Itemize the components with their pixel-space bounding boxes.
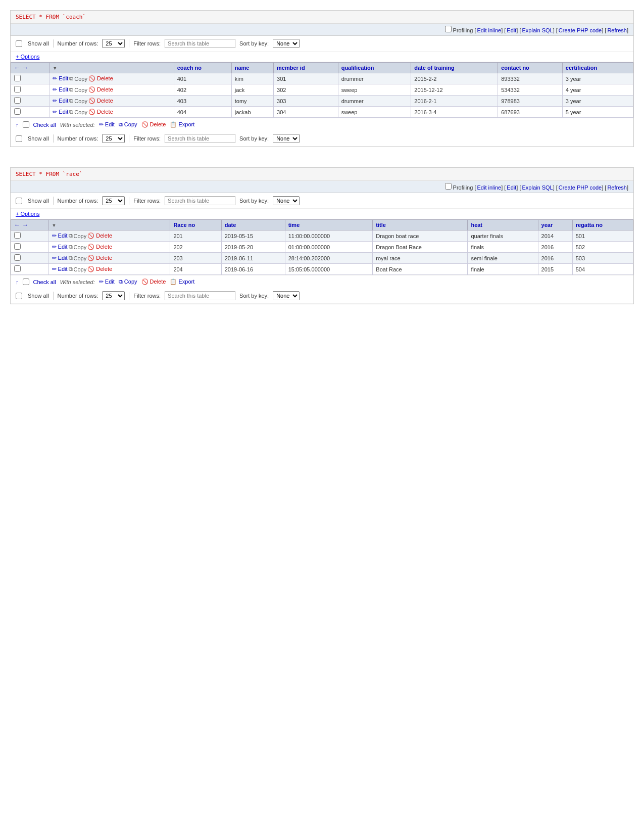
coach-th-certification[interactable]: certification (562, 63, 633, 73)
coach-delete-2[interactable]: 🚫 Delete (88, 98, 113, 104)
race-edit-1[interactable]: ✏ Edit (52, 244, 68, 250)
race-bottom-copy-link[interactable]: ⧉ Copy (119, 279, 137, 285)
race-options-row[interactable]: + Options (11, 209, 633, 219)
coach-edit-0[interactable]: ✏ Edit (53, 75, 68, 82)
race-sort-select-bottom[interactable]: None (273, 291, 300, 300)
coach-options-row[interactable]: + Options (11, 52, 633, 62)
coach-th-contact-no[interactable]: contact no (498, 63, 563, 73)
coach-row-checkbox-2[interactable] (11, 96, 49, 107)
race-checkbox-2[interactable] (14, 254, 21, 261)
race-row-checkbox-3[interactable] (11, 264, 49, 275)
coach-nav-right[interactable]: → (22, 64, 28, 71)
coach-copy-icon-3[interactable]: ⧉ (69, 109, 73, 115)
race-th-date[interactable]: date (221, 220, 285, 230)
race-col-regatta-no[interactable]: regatta no (576, 222, 603, 228)
race-th-heat[interactable]: heat (468, 220, 538, 230)
race-copy-icon-1[interactable]: ⧉ (69, 244, 73, 250)
race-th-race-no[interactable]: Race no (170, 220, 221, 230)
race-copy-2[interactable]: Copy (74, 255, 87, 261)
race-sort-select[interactable]: None (273, 196, 300, 205)
coach-col-date-training[interactable]: date of training (414, 65, 454, 71)
coach-bottom-delete-link[interactable]: 🚫 Delete (141, 121, 166, 128)
race-copy-0[interactable]: Copy (74, 233, 87, 239)
coach-edit-3[interactable]: ✏ Edit (53, 109, 68, 115)
coach-copy-1[interactable]: Copy (74, 87, 87, 93)
coach-copy-3[interactable]: Copy (74, 109, 87, 115)
race-num-rows-select[interactable]: 2550100 (102, 196, 125, 205)
race-link-edit[interactable]: Edit (507, 184, 516, 191)
race-checkbox-3[interactable] (14, 265, 21, 272)
race-th-time[interactable]: time (285, 220, 373, 230)
race-edit-2[interactable]: ✏ Edit (52, 255, 68, 261)
race-back-arrow[interactable]: ↑ (16, 279, 19, 285)
coach-num-rows-select[interactable]: 2550100 (102, 39, 125, 48)
coach-th-coach-no[interactable]: coach no (174, 63, 231, 73)
coach-row-checkbox-0[interactable] (11, 73, 49, 84)
race-nav-right[interactable]: → (22, 221, 28, 228)
coach-col-contact-no[interactable]: contact no (501, 65, 529, 71)
coach-link-edit-inline[interactable]: Edit inline (477, 27, 501, 33)
race-filter-input[interactable] (165, 196, 235, 205)
race-options-link[interactable]: + Options (16, 211, 39, 217)
coach-filter-input-bottom[interactable] (165, 134, 235, 143)
race-th-regatta-no[interactable]: regatta no (572, 220, 633, 230)
race-profiling-checkbox[interactable] (445, 183, 452, 190)
race-copy-icon-0[interactable]: ⧉ (69, 233, 73, 239)
coach-link-php[interactable]: Create PHP code (559, 27, 602, 33)
race-col-heat[interactable]: heat (471, 222, 482, 228)
race-checkbox-0[interactable] (14, 232, 21, 239)
race-num-rows-select-bottom[interactable]: 2550100 (102, 291, 125, 300)
race-link-edit-inline[interactable]: Edit inline (477, 184, 501, 191)
race-check-all-checkbox[interactable] (23, 279, 29, 285)
race-edit-3[interactable]: ✏ Edit (52, 266, 68, 272)
coach-bottom-export-link[interactable]: 📋 Export (170, 121, 194, 128)
race-link-refresh[interactable]: Refresh (607, 184, 627, 191)
coach-col-name[interactable]: name (235, 65, 250, 71)
race-bottom-delete-link[interactable]: 🚫 Delete (141, 279, 166, 285)
coach-th-member-id[interactable]: member id (274, 63, 338, 73)
coach-link-edit[interactable]: Edit (507, 27, 516, 33)
race-show-all-checkbox[interactable] (16, 198, 22, 204)
coach-checkbox-2[interactable] (14, 97, 21, 104)
coach-copy-icon-2[interactable]: ⧉ (69, 98, 73, 104)
coach-checkbox-1[interactable] (14, 86, 21, 92)
coach-checkbox-3[interactable] (14, 108, 21, 115)
race-edit-0[interactable]: ✏ Edit (52, 233, 68, 239)
race-delete-2[interactable]: 🚫 Delete (87, 255, 112, 261)
race-th-year[interactable]: year (538, 220, 572, 230)
race-col-title[interactable]: title (376, 222, 386, 228)
coach-link-refresh[interactable]: Refresh (607, 27, 627, 33)
race-delete-1[interactable]: 🚫 Delete (87, 244, 112, 250)
race-delete-0[interactable]: 🚫 Delete (87, 233, 112, 239)
coach-sort-select-bottom[interactable]: None (273, 134, 300, 143)
coach-bottom-edit-link[interactable]: ✏ Edit (99, 121, 115, 128)
coach-edit-2[interactable]: ✏ Edit (53, 98, 68, 104)
coach-checkbox-0[interactable] (14, 75, 21, 81)
coach-copy-0[interactable]: Copy (74, 76, 87, 82)
race-link-php[interactable]: Create PHP code (559, 184, 602, 191)
coach-col-member-id[interactable]: member id (277, 65, 305, 71)
coach-delete-1[interactable]: 🚫 Delete (88, 86, 113, 93)
race-show-all-checkbox-bottom[interactable] (16, 293, 22, 299)
coach-col-qualification[interactable]: qualification (341, 65, 374, 71)
coach-th-qualification[interactable]: qualification (338, 63, 411, 73)
coach-row-checkbox-3[interactable] (11, 107, 49, 118)
race-nav-left[interactable]: ← (14, 221, 20, 228)
coach-delete-3[interactable]: 🚫 Delete (88, 109, 113, 115)
race-filter-input-bottom[interactable] (165, 291, 235, 300)
coach-options-link[interactable]: + Options (16, 54, 39, 60)
race-copy-1[interactable]: Copy (74, 244, 87, 250)
race-th-title[interactable]: title (373, 220, 468, 230)
coach-nav-left[interactable]: ← (14, 64, 20, 71)
coach-th-name[interactable]: name (231, 63, 273, 73)
race-link-explain[interactable]: Explain SQL (522, 184, 553, 191)
coach-copy-2[interactable]: Copy (74, 98, 87, 104)
race-row-checkbox-1[interactable] (11, 242, 49, 253)
coach-num-rows-select-bottom[interactable]: 2550100 (102, 134, 125, 143)
race-col-date[interactable]: date (225, 222, 236, 228)
race-row-checkbox-2[interactable] (11, 253, 49, 264)
race-col-race-no[interactable]: Race no (173, 222, 195, 228)
race-col-year[interactable]: year (541, 222, 553, 228)
coach-col-certification[interactable]: certification (566, 65, 597, 71)
race-copy-3[interactable]: Copy (74, 266, 87, 272)
